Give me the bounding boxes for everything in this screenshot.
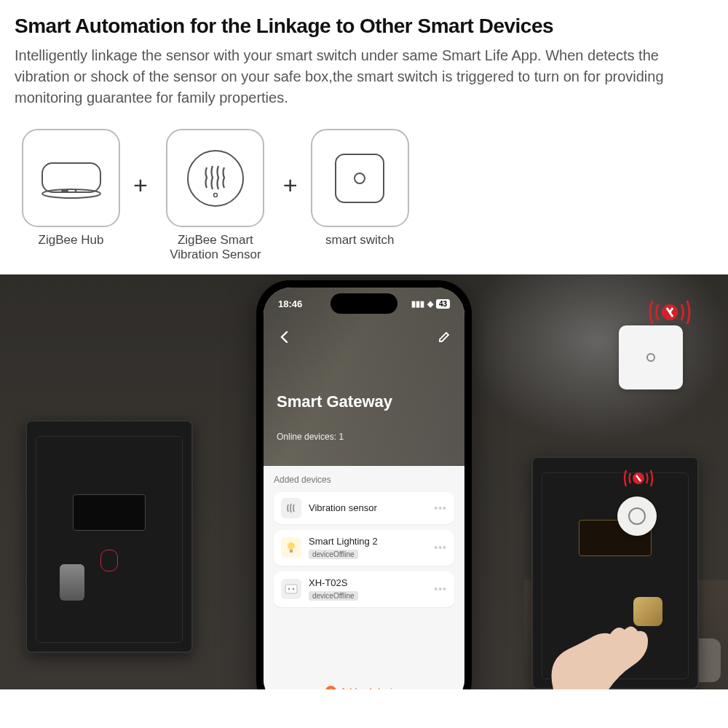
sensor-on-safe <box>617 496 657 536</box>
device-chain-row: ZigBee Hub + ZigBee Smart Vibration Sens… <box>0 116 728 274</box>
device-status-badge: deviceOffline <box>309 591 358 601</box>
alarm-wave-icon <box>648 293 692 331</box>
svg-point-3 <box>74 189 76 191</box>
phone-mockup: 18:46 ▮▮▮ ◈ 43 Smart Gateway Onli <box>256 280 472 689</box>
add-subdevice-button[interactable]: + Add subdevice <box>264 686 464 689</box>
device-row[interactable]: Smart Lighting 2 deviceOffline ••• <box>274 530 454 566</box>
svg-point-14 <box>293 588 295 590</box>
safe-box-left <box>25 420 193 653</box>
status-indicators: ▮▮▮ ◈ 43 <box>411 299 450 309</box>
more-icon[interactable]: ••• <box>434 502 447 514</box>
vibration-sensor-icon <box>166 129 264 227</box>
marketing-header: Smart Automation for the Linkage to Othe… <box>0 0 728 116</box>
plus-icon: + <box>129 171 152 199</box>
device-row[interactable]: XH-T02S deviceOffline ••• <box>274 571 454 607</box>
svg-point-13 <box>288 588 290 590</box>
vibration-sensor-icon <box>281 498 301 518</box>
hub-label: ZigBee Hub <box>39 233 104 248</box>
device-name: XH-T02S <box>309 577 427 588</box>
hand-touching-safe <box>539 609 655 689</box>
status-time: 18:46 <box>278 298 302 309</box>
device-sensor: ZigBee Smart Vibration Sensor <box>161 129 270 263</box>
plus-icon: + <box>279 171 302 199</box>
svg-rect-11 <box>290 550 293 553</box>
switch-label: smart switch <box>325 233 394 248</box>
device-status-badge: deviceOffline <box>309 550 358 559</box>
svg-point-5 <box>213 193 217 197</box>
more-icon[interactable]: ••• <box>434 542 447 553</box>
dynamic-island <box>331 293 397 314</box>
section-heading: Added devices <box>274 475 454 485</box>
svg-point-10 <box>288 542 295 550</box>
svg-rect-12 <box>285 585 297 593</box>
phone-screen: 18:46 ▮▮▮ ◈ 43 Smart Gateway Onli <box>264 288 464 689</box>
description: Intelligently linkage the sensor with yo… <box>15 45 713 108</box>
more-icon[interactable]: ••• <box>434 583 447 595</box>
device-row[interactable]: Vibration sensor ••• <box>274 492 454 524</box>
thermostat-icon <box>281 579 301 599</box>
wall-switch <box>619 325 683 389</box>
svg-point-4 <box>188 151 243 206</box>
battery-level: 43 <box>436 299 450 309</box>
online-devices-count: Online devices: 1 <box>277 432 451 442</box>
smart-switch-icon <box>311 129 409 227</box>
svg-rect-0 <box>42 163 100 192</box>
light-bulb-icon <box>281 537 301 558</box>
device-name: Smart Lighting 2 <box>309 536 427 547</box>
sensor-label: ZigBee Smart Vibration Sensor <box>161 233 270 263</box>
svg-point-7 <box>355 173 365 183</box>
device-hub: ZigBee Hub <box>22 129 120 248</box>
svg-point-1 <box>42 189 100 198</box>
svg-rect-6 <box>336 154 384 202</box>
back-button[interactable] <box>277 330 291 344</box>
scene-background: 18:46 ▮▮▮ ◈ 43 Smart Gateway Onli <box>0 274 728 689</box>
plus-circle-icon: + <box>325 686 336 689</box>
hub-icon <box>22 129 120 227</box>
device-switch: smart switch <box>311 129 409 248</box>
wifi-icon: ◈ <box>427 299 433 309</box>
headline: Smart Automation for the Linkage to Othe… <box>15 15 713 38</box>
signal-icon: ▮▮▮ <box>411 299 424 309</box>
app-title: Smart Gateway <box>277 392 451 411</box>
device-name: Vibration sensor <box>309 502 427 513</box>
edit-button[interactable] <box>437 330 451 344</box>
add-subdevice-label: Add subdevice <box>340 686 402 689</box>
device-list-panel: Added devices Vibration sensor ••• <box>264 466 464 689</box>
alarm-wave-icon <box>623 465 654 491</box>
svg-rect-2 <box>61 189 68 191</box>
